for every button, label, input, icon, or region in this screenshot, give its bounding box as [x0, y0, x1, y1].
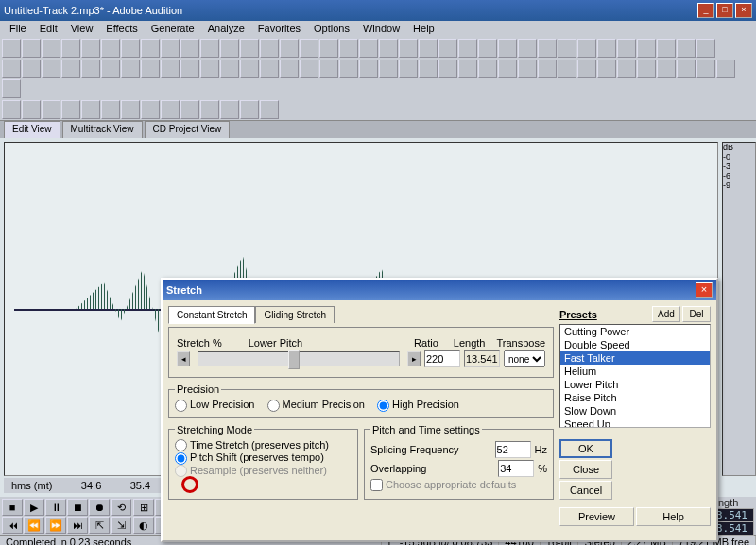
toolbar-button[interactable]: [121, 60, 140, 78]
preset-list[interactable]: Cutting PowerDouble SpeedFast TalkerHeli…: [559, 324, 711, 428]
preset-item[interactable]: Cutting Power: [560, 325, 710, 338]
toolbar-button[interactable]: [657, 39, 676, 58]
toolbar-button[interactable]: [180, 100, 199, 119]
toolbar-button[interactable]: [81, 100, 100, 119]
toolbar-button[interactable]: [161, 60, 180, 78]
toolbar-button[interactable]: [339, 60, 358, 78]
toolbar-button[interactable]: [260, 39, 279, 58]
toolbar-button[interactable]: [637, 39, 656, 58]
transport-button[interactable]: ⏹: [67, 499, 88, 516]
toolbar-button[interactable]: [240, 39, 259, 58]
toolbar-button[interactable]: [161, 100, 180, 119]
toolbar-button[interactable]: [42, 60, 60, 78]
toolbar-button[interactable]: [319, 39, 338, 58]
menu-file[interactable]: File: [4, 22, 32, 37]
toolbar-button[interactable]: [2, 100, 21, 119]
toolbar-button[interactable]: [61, 39, 80, 58]
menu-options[interactable]: Options: [308, 22, 355, 37]
preset-item[interactable]: Fast Talker: [560, 351, 710, 365]
toolbar-button[interactable]: [22, 100, 41, 119]
close-button[interactable]: ×: [735, 3, 752, 18]
toolbar-button[interactable]: [121, 100, 140, 119]
stretch-slider[interactable]: [198, 351, 400, 366]
toolbar-button[interactable]: [260, 100, 279, 119]
toolbar-button[interactable]: [2, 60, 21, 78]
transport-button[interactable]: ⏩: [45, 517, 66, 534]
toolbar-button[interactable]: [81, 39, 100, 58]
preview-button[interactable]: Preview: [559, 507, 634, 526]
toolbar-button[interactable]: [220, 60, 239, 78]
ratio-input[interactable]: [424, 350, 460, 367]
transport-button[interactable]: ⏭: [67, 517, 88, 534]
transport-button[interactable]: ■: [2, 499, 23, 516]
toolbar-button[interactable]: [438, 60, 457, 78]
transport-button[interactable]: ⇱: [89, 517, 110, 534]
preset-add-button[interactable]: Add: [652, 306, 680, 322]
radio-time-stretch[interactable]: Time Stretch (preserves pitch): [175, 439, 329, 452]
slider-left-arrow[interactable]: ◂: [177, 351, 190, 366]
toolbar-button[interactable]: [498, 39, 517, 58]
minimize-button[interactable]: _: [697, 3, 714, 18]
toolbar-button[interactable]: [577, 39, 596, 58]
toolbar-button[interactable]: [696, 60, 715, 78]
transport-button[interactable]: ⏮: [2, 517, 23, 534]
toolbar-button[interactable]: [61, 100, 80, 119]
toolbar-button[interactable]: [280, 39, 299, 58]
help-button[interactable]: Help: [636, 507, 711, 526]
toolbar-button[interactable]: [597, 39, 616, 58]
tab-cd-project-view[interactable]: CD Project View: [145, 121, 231, 138]
toolbar-button[interactable]: [597, 60, 616, 78]
toolbar-button[interactable]: [200, 100, 219, 119]
zoom-button[interactable]: ◐: [133, 517, 154, 534]
overlap-input[interactable]: [498, 460, 534, 477]
toolbar-button[interactable]: [379, 39, 398, 58]
preset-item[interactable]: Lower Pitch: [560, 378, 710, 391]
check-appropriate-defaults[interactable]: Choose appropriate defaults: [370, 479, 516, 492]
toolbar-button[interactable]: [379, 60, 398, 78]
transport-button[interactable]: ⇲: [111, 517, 131, 534]
toolbar-button[interactable]: [240, 100, 259, 119]
toolbar-button[interactable]: [637, 60, 656, 78]
toolbar-button[interactable]: [359, 60, 378, 78]
preset-item[interactable]: Slow Down: [560, 404, 710, 417]
toolbar-button[interactable]: [518, 39, 537, 58]
transport-button[interactable]: ▶: [24, 499, 44, 516]
toolbar-button[interactable]: [399, 39, 418, 58]
toolbar-button[interactable]: [696, 39, 715, 58]
toolbar-button[interactable]: [42, 39, 60, 58]
tab-gliding-stretch[interactable]: Gliding Stretch: [255, 306, 335, 323]
toolbar-button[interactable]: [280, 60, 299, 78]
toolbar-button[interactable]: [161, 39, 180, 58]
toolbar-button[interactable]: [558, 60, 576, 78]
toolbar-button[interactable]: [478, 60, 497, 78]
toolbar-button[interactable]: [657, 60, 676, 78]
toolbar-button[interactable]: [220, 100, 239, 119]
toolbar-button[interactable]: [538, 39, 557, 58]
menu-help[interactable]: Help: [407, 22, 440, 37]
toolbar-button[interactable]: [101, 60, 120, 78]
preset-del-button[interactable]: Del: [682, 306, 711, 322]
dialog-titlebar[interactable]: Stretch ×: [163, 280, 716, 300]
transport-button[interactable]: ⏪: [24, 517, 44, 534]
toolbar-button[interactable]: [558, 39, 576, 58]
slider-right-arrow[interactable]: ▸: [407, 351, 421, 366]
toolbar-button[interactable]: [22, 60, 41, 78]
toolbar-button[interactable]: [419, 60, 438, 78]
radio-low-precision[interactable]: Low Precision: [175, 399, 254, 412]
toolbar-button[interactable]: [42, 100, 60, 119]
toolbar-button[interactable]: [141, 100, 160, 119]
preset-item[interactable]: Helium: [560, 365, 710, 378]
toolbar-button[interactable]: [458, 39, 477, 58]
toolbar-button[interactable]: [200, 60, 219, 78]
toolbar-button[interactable]: [538, 60, 557, 78]
radio-high-precision[interactable]: High Precision: [377, 399, 459, 412]
toolbar-button[interactable]: [438, 39, 457, 58]
menu-edit[interactable]: Edit: [34, 22, 63, 37]
tab-multitrack-view[interactable]: Multitrack View: [62, 121, 143, 138]
menu-view[interactable]: View: [65, 22, 99, 37]
toolbar-button[interactable]: [458, 60, 477, 78]
transport-button[interactable]: ⟲: [111, 499, 131, 516]
transport-button[interactable]: ⏺: [89, 499, 110, 516]
dialog-close-button[interactable]: ×: [696, 282, 713, 298]
toolbar-button[interactable]: [61, 60, 80, 78]
